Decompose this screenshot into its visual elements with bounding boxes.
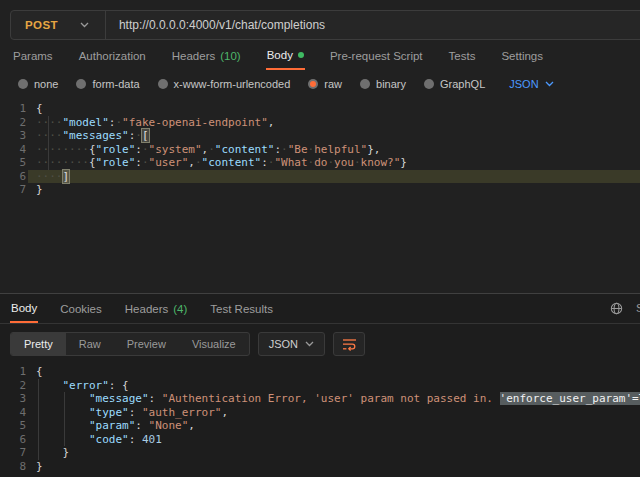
headers-count-badge: (4)	[173, 303, 187, 315]
code-line: 1{	[0, 365, 640, 379]
code-line: 2 "error": {	[0, 379, 640, 393]
body-type-binary[interactable]: binary	[360, 78, 406, 90]
wrap-lines-button[interactable]	[333, 332, 365, 356]
tab-pre-request-script[interactable]: Pre-request Script	[329, 46, 424, 70]
view-pretty[interactable]: Pretty	[11, 333, 66, 355]
radio-icon	[76, 79, 86, 89]
raw-format-label: JSON	[509, 78, 538, 90]
code-line: 3····"messages":·[	[0, 129, 640, 143]
code-line: 1{	[0, 102, 640, 116]
tab-label: Authorization	[79, 50, 146, 62]
line-number: 1	[0, 102, 36, 116]
code-line: 4 "type": "auth_error",	[0, 406, 640, 420]
line-number: 7	[0, 446, 36, 460]
line-number: 4	[0, 143, 36, 157]
radio-icon	[158, 79, 168, 89]
view-preview[interactable]: Preview	[114, 333, 179, 355]
tab-label: Settings	[501, 50, 543, 62]
tab-label: Tests	[449, 50, 476, 62]
method-selector[interactable]: POST	[11, 19, 80, 31]
line-number: 1	[0, 365, 36, 379]
tab-tests[interactable]: Tests	[448, 46, 477, 70]
view-visualize[interactable]: Visualize	[179, 333, 249, 355]
url-input[interactable]: http://0.0.0.0:4000/v1/chat/completions	[106, 18, 325, 32]
line-number: 3	[0, 129, 36, 143]
request-body-editor[interactable]: 1{2····"model":·"fake-openai-endpoint",3…	[0, 102, 640, 293]
line-number: 7	[0, 183, 36, 197]
format-label: JSON	[269, 338, 298, 350]
body-type-x-www-form-urlencoded[interactable]: x-www-form-urlencoded	[158, 78, 291, 90]
code-line: 5 "param": "None",	[0, 419, 640, 433]
response-tab-body[interactable]: Body	[10, 294, 38, 323]
radio-icon	[360, 79, 370, 89]
tab-authorization[interactable]: Authorization	[78, 46, 147, 70]
tab-settings[interactable]: Settings	[500, 46, 544, 70]
response-tabs: Body Cookies Headers(4) Test Results S	[0, 294, 640, 324]
line-number: 2	[0, 116, 36, 130]
tab-headers[interactable]: Headers(10)	[171, 46, 242, 70]
globe-icon[interactable]	[610, 302, 623, 317]
body-type-none[interactable]: none	[18, 78, 58, 90]
response-tab-test-results[interactable]: Test Results	[209, 294, 274, 323]
line-number: 3	[0, 392, 36, 406]
code-line: 8}	[0, 460, 640, 474]
body-type-row: none form-data x-www-form-urlencoded raw…	[18, 78, 554, 90]
line-number: 6	[0, 433, 36, 447]
chevron-down-icon[interactable]	[80, 22, 105, 28]
line-number: 5	[0, 156, 36, 170]
response-tab-cookies[interactable]: Cookies	[59, 294, 103, 323]
tab-label: Headers	[125, 303, 168, 315]
chevron-down-icon	[545, 81, 554, 87]
view-raw[interactable]: Raw	[66, 333, 114, 355]
raw-format-dropdown[interactable]: JSON	[509, 78, 553, 90]
option-label: x-www-form-urlencoded	[174, 78, 291, 90]
status-label-clipped: S	[636, 302, 640, 314]
option-label: GraphQL	[440, 78, 485, 90]
radio-icon	[424, 79, 434, 89]
code-line: 3 "message": "Authentication Error, 'use…	[0, 392, 640, 406]
code-line: 7}	[0, 183, 640, 197]
tab-params[interactable]: Params	[12, 46, 54, 70]
body-type-form-data[interactable]: form-data	[76, 78, 139, 90]
response-toolbar: Pretty Raw Preview Visualize JSON	[10, 332, 640, 356]
chevron-down-icon	[305, 341, 314, 347]
line-number: 4	[0, 406, 36, 420]
option-label: none	[34, 78, 58, 90]
body-type-raw[interactable]: raw	[308, 78, 342, 90]
tab-label: Body	[11, 302, 37, 314]
tab-label: Test Results	[210, 303, 273, 315]
radio-icon	[18, 79, 28, 89]
code-line: 5········{"role":·"user",·"content":·"Wh…	[0, 156, 640, 170]
line-number: 8	[0, 460, 36, 474]
tab-label: Body	[267, 49, 293, 61]
code-line: 4········{"role":·"system",·"content":·"…	[0, 143, 640, 157]
line-number: 5	[0, 419, 36, 433]
option-label: form-data	[92, 78, 139, 90]
response-tab-headers[interactable]: Headers(4)	[124, 294, 189, 323]
word-wrap-icon	[342, 338, 357, 351]
url-bar: POST http://0.0.0.0:4000/v1/chat/complet…	[10, 10, 640, 40]
tab-label: Cookies	[60, 303, 102, 315]
option-label: raw	[324, 78, 342, 90]
headers-count-badge: (10)	[220, 50, 240, 62]
tab-label: Pre-request Script	[330, 50, 423, 62]
code-line: 7 }	[0, 446, 640, 460]
option-label: binary	[376, 78, 406, 90]
request-tabs: Params Authorization Headers(10) Body Pr…	[12, 46, 544, 70]
radio-selected-icon	[308, 79, 318, 89]
code-line: 6 "code": 401	[0, 433, 640, 447]
code-line: 2····"model":·"fake-openai-endpoint",	[0, 116, 640, 130]
tab-body[interactable]: Body	[266, 46, 305, 70]
body-modified-dot	[298, 52, 304, 58]
tab-label: Params	[13, 50, 53, 62]
code-line: 6····]	[0, 170, 640, 184]
response-body-editor[interactable]: 1{2 "error": {3 "message": "Authenticati…	[0, 365, 640, 477]
response-format-dropdown[interactable]: JSON	[258, 332, 325, 356]
response-pane: Body Cookies Headers(4) Test Results S P…	[0, 293, 640, 477]
line-number: 6	[0, 170, 36, 184]
view-switcher: Pretty Raw Preview Visualize	[10, 332, 250, 356]
tab-label: Headers	[172, 50, 215, 62]
line-number: 2	[0, 379, 36, 393]
body-type-graphql[interactable]: GraphQL	[424, 78, 485, 90]
